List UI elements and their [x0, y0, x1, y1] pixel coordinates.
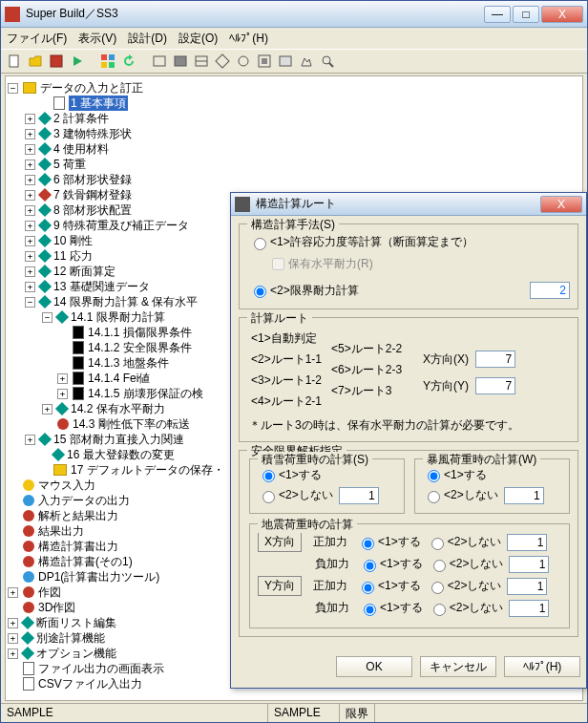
radio-ypos-yes[interactable] [362, 582, 374, 594]
tree-item[interactable]: 11 応力 [53, 248, 93, 264]
tree-item[interactable]: 14.1.4 Fei値 [88, 371, 150, 386]
svg-rect-4 [109, 54, 115, 60]
radio-snow-yes[interactable] [262, 470, 275, 482]
preview-icon[interactable] [318, 52, 337, 71]
tree-item[interactable]: 構造計算書(その1) [38, 554, 133, 569]
wind-value[interactable] [504, 487, 544, 504]
tree-item[interactable]: オプション機能 [36, 646, 116, 661]
tree-item[interactable]: 8 部材形状配置 [53, 202, 132, 218]
dialog-close-button[interactable]: X [540, 196, 582, 213]
tree-item[interactable]: 構造計算書出力 [38, 539, 118, 554]
tree-item[interactable]: 14.1.3 地盤条件 [88, 355, 169, 371]
tree-item[interactable]: 結果出力 [38, 523, 84, 539]
new-icon[interactable] [5, 52, 24, 71]
palette-icon[interactable] [98, 52, 117, 71]
tree-item[interactable]: 3 建物特殊形状 [53, 126, 132, 141]
radio-ypos-no[interactable] [431, 582, 444, 594]
radio-xpos-no[interactable] [431, 538, 444, 550]
tool-1-icon[interactable] [150, 52, 169, 71]
xpos-value[interactable] [507, 534, 547, 551]
tree-item[interactable]: 14.1.5 崩壊形保証の検 [88, 386, 203, 401]
collapse-icon[interactable]: − [8, 83, 18, 94]
maximize-button[interactable]: □ [513, 6, 539, 23]
method-value-input[interactable] [530, 282, 570, 299]
radio-wind-no[interactable] [428, 491, 440, 503]
tree-item[interactable]: 10 剛性 [53, 233, 93, 248]
radio-xneg-no[interactable] [433, 560, 446, 572]
tree-item[interactable]: 14.2 保有水平耐力 [71, 401, 165, 416]
expand-icon[interactable]: + [25, 114, 35, 124]
radio-yneg-yes[interactable] [364, 604, 376, 616]
tree-item[interactable]: 6 部材形状登録 [53, 172, 132, 187]
ydir-input[interactable] [475, 377, 515, 394]
tree-item[interactable]: 3D作図 [38, 600, 75, 615]
dialog-icon [235, 197, 250, 212]
refresh-icon[interactable] [119, 52, 138, 71]
save-icon[interactable] [47, 52, 66, 71]
tree-item[interactable]: 13 基礎関連データ [53, 279, 150, 294]
stop-icon [57, 418, 69, 430]
tree-item[interactable]: 14.3 剛性低下率の転送 [73, 416, 190, 432]
close-button[interactable]: X [541, 6, 583, 23]
exec-icon[interactable] [68, 52, 87, 71]
xdir-input[interactable] [475, 351, 515, 368]
menu-view[interactable]: 表示(V) [78, 31, 116, 47]
tree-item[interactable]: 14.1.1 損傷限界条件 [88, 325, 192, 340]
ypos-value[interactable] [507, 578, 547, 595]
open-icon[interactable] [26, 52, 45, 71]
radio-wind-yes[interactable] [428, 470, 440, 482]
tree-item[interactable]: 16 最大登録数の変更 [67, 447, 175, 462]
tree-item[interactable]: 15 部材耐力直接入力関連 [53, 432, 184, 447]
tree-item[interactable]: ファイル出力の画面表示 [38, 661, 164, 676]
tool-5-icon[interactable] [234, 52, 253, 71]
minimize-button[interactable]: — [484, 6, 511, 23]
radio-xpos-yes[interactable] [362, 538, 374, 550]
tree-item-selected[interactable]: 1 基本事項 [69, 96, 128, 111]
tree-item[interactable]: 14 限界耐力計算 & 保有水平 [53, 294, 198, 309]
tree-item[interactable]: 14.1.2 安全限界条件 [88, 340, 192, 355]
xneg-value[interactable] [509, 556, 549, 573]
tool-4-icon[interactable] [213, 52, 232, 71]
tool-8-icon[interactable] [297, 52, 316, 71]
tree-item[interactable]: 別途計算機能 [36, 630, 105, 646]
tree-item[interactable]: 2 計算条件 [53, 111, 109, 126]
status-3: 限界 [340, 704, 375, 722]
menu-design[interactable]: 設計(D) [128, 31, 167, 47]
tree-item[interactable]: 12 断面算定 [53, 264, 116, 279]
tree-item[interactable]: 入力データの出力 [38, 493, 130, 508]
radio-snow-no[interactable] [262, 491, 275, 503]
tree-item[interactable]: 17 デフォルトデータの保存・ [71, 462, 224, 478]
tree-item[interactable]: 断面リスト編集 [36, 615, 116, 630]
radio-method-1[interactable] [254, 238, 266, 250]
help-button[interactable]: ﾍﾙﾌﾟ(H) [504, 656, 580, 677]
tree-item[interactable]: 7 鉄骨鋼材登録 [53, 187, 132, 202]
app-title: Super Build／SS3 [26, 6, 484, 22]
tree-item[interactable]: 4 使用材料 [53, 141, 109, 157]
radio-yneg-no[interactable] [433, 604, 446, 616]
tree-item[interactable]: 9 特殊荷重及び補正データ [53, 218, 189, 233]
tool-7-icon[interactable] [276, 52, 295, 71]
cancel-button[interactable]: キャンセル [420, 656, 496, 677]
tree-item[interactable]: DP1(計算書出力ツール) [38, 569, 159, 585]
menu-settings[interactable]: 設定(O) [178, 31, 218, 47]
tree-item[interactable]: 作図 [38, 585, 61, 600]
tree-item[interactable]: CSVファイル入出力 [38, 676, 142, 691]
yneg-value[interactable] [509, 600, 549, 617]
svg-rect-6 [109, 62, 115, 68]
group-safety: 安全限界解析指定 積雪荷重時の計算(S) <1>する <2>しない 暴風荷重時の… [239, 450, 578, 638]
radio-method-2[interactable] [254, 286, 266, 298]
menu-file[interactable]: ファイル(F) [7, 31, 67, 47]
tree-item[interactable]: 5 荷重 [53, 157, 86, 172]
tree-root[interactable]: データの入力と訂正 [40, 80, 143, 96]
snow-value[interactable] [339, 487, 379, 504]
tool-3-icon[interactable] [192, 52, 211, 71]
menu-help[interactable]: ﾍﾙﾌﾟ(H) [229, 32, 268, 45]
tree-item[interactable]: 14.1 限界耐力計算 [71, 309, 165, 325]
ok-button[interactable]: OK [336, 656, 412, 677]
tool-6-icon[interactable] [255, 52, 274, 71]
tool-2-icon[interactable] [171, 52, 190, 71]
radio-xneg-yes[interactable] [364, 560, 376, 572]
tree-item[interactable]: 解析と結果出力 [38, 508, 118, 523]
diamond-icon [38, 112, 52, 125]
tree-item[interactable]: マウス入力 [38, 478, 95, 493]
